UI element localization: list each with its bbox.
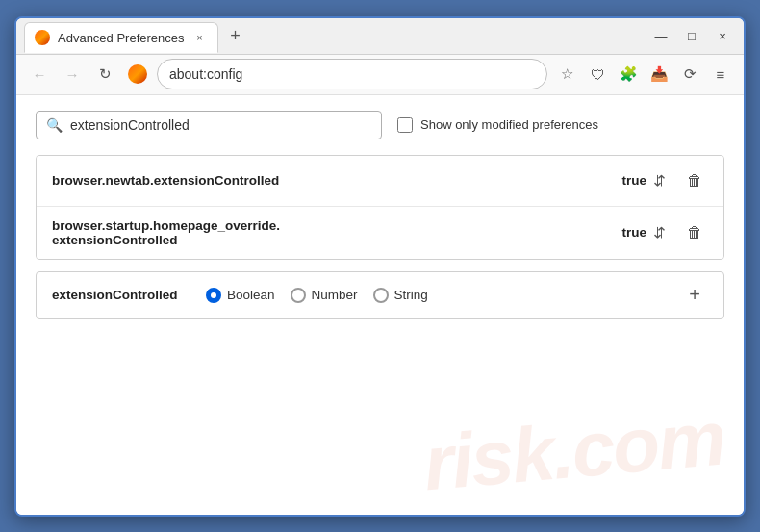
radio-boolean-label: Boolean [227,288,275,302]
browser-tab[interactable]: Advanced Preferences × [24,22,218,53]
shield-icon[interactable]: 🛡 [584,61,611,88]
watermark: risk.com [420,393,728,508]
nav-bar: ← → ↻ about:config ☆ 🛡 🧩 📥 ⟳ ≡ [16,55,744,95]
swap-icon-1: ⇆ [651,174,670,187]
delete-button-2[interactable]: 🗑 [681,219,708,246]
table-row: browser.newtab.extensionControlled true … [37,156,723,207]
firefox-favicon [35,30,50,45]
pocket-icon[interactable]: 📥 [646,61,672,88]
content-area: risk.com 🔍 Show only modified preference… [16,95,744,515]
modified-prefs-checkbox-label[interactable]: Show only modified preferences [397,117,598,133]
menu-icon[interactable]: ≡ [707,61,734,88]
pref-name-2: browser.startup.homepage_override. exten… [52,218,614,247]
radio-number[interactable]: Number [291,288,358,303]
toggle-button-1[interactable]: ⇆ [646,167,673,194]
add-preference-button[interactable]: + [681,282,708,309]
type-radio-group: Boolean Number String [206,288,428,303]
search-box: 🔍 [36,111,382,139]
radio-string[interactable]: String [373,288,428,303]
address-text: about:config [169,66,535,82]
table-row: browser.startup.homepage_override. exten… [37,207,723,259]
results-table: browser.newtab.extensionControlled true … [36,155,724,260]
modified-prefs-label: Show only modified preferences [420,117,598,132]
window-controls: — □ × [647,22,736,49]
pref-value-1: true [614,173,646,188]
extension-icon[interactable]: 🧩 [615,61,642,88]
address-bar[interactable]: about:config [157,59,547,89]
new-tab-button[interactable]: + [222,22,249,49]
row-actions-1: ⇆ 🗑 [646,167,708,194]
new-pref-name: extensionControlled [52,288,187,302]
reload-button[interactable]: ↻ [91,61,118,88]
add-preference-row: extensionControlled Boolean Number Strin… [36,271,724,319]
radio-string-label: String [394,288,428,302]
forward-button[interactable]: → [59,61,86,88]
nav-icons: ☆ 🛡 🧩 📥 ⟳ ≡ [553,61,734,88]
sync-icon[interactable]: ⟳ [676,61,703,88]
tab-close-button[interactable]: × [192,30,208,45]
pref-value-2: true [614,225,646,240]
toggle-button-2[interactable]: ⇆ [646,219,673,246]
minimize-button[interactable]: — [647,22,674,49]
delete-button-1[interactable]: 🗑 [681,167,708,194]
radio-string-circle [373,288,389,303]
radio-number-circle [291,288,306,303]
title-bar: Advanced Preferences × + — □ × [16,18,744,55]
trash-icon-1: 🗑 [687,172,702,190]
browser-window: Advanced Preferences × + — □ × ← → ↻ abo… [14,16,746,517]
modified-prefs-checkbox[interactable] [397,117,413,133]
bookmark-icon[interactable]: ☆ [553,61,580,88]
back-button[interactable]: ← [26,61,53,88]
radio-boolean-circle [206,288,221,303]
pref-name-1: browser.newtab.extensionControlled [52,173,614,188]
radio-boolean[interactable]: Boolean [206,288,275,303]
firefox-logo [128,64,147,84]
row-actions-2: ⇆ 🗑 [646,219,708,246]
radio-number-label: Number [312,288,358,302]
search-input[interactable] [70,117,371,133]
swap-icon-2: ⇆ [651,226,670,239]
close-button[interactable]: × [709,22,736,49]
trash-icon-2: 🗑 [687,224,702,241]
search-icon: 🔍 [46,117,63,133]
search-container: 🔍 Show only modified preferences [36,111,724,139]
maximize-button[interactable]: □ [678,22,705,49]
tab-title: Advanced Preferences [58,31,185,45]
